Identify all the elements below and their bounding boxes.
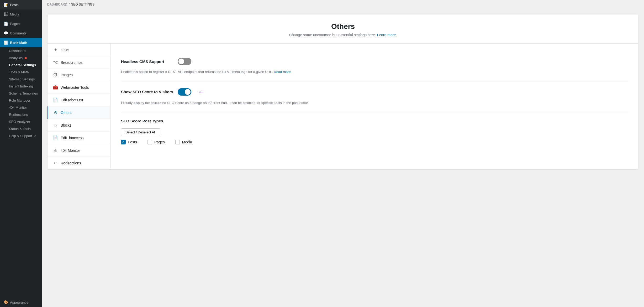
settings-card: Others Change some uncommon but essentia… (47, 14, 639, 170)
seo-score-row: Show SEO Score to Visitors ← Proudly dis… (121, 81, 628, 112)
headless-cms-label: Headless CMS Support (121, 59, 173, 64)
blocks-icon: ◇ (53, 123, 58, 128)
sidebar-item-appearance[interactable]: 🎨 Appearance (0, 298, 42, 307)
checkbox-grid: Posts Pages Media (121, 140, 628, 144)
sidebar-item-media[interactable]: 🖼 Media (0, 9, 42, 19)
nav-blocks[interactable]: ◇ Blocks (47, 119, 110, 132)
nav-404-monitor[interactable]: ⚠ 404 Monitor (47, 144, 110, 157)
posts-checkbox (121, 140, 126, 144)
select-deselect-button[interactable]: Select / Deselect All (121, 128, 160, 136)
sidebar-sub-404-monitor[interactable]: 404 Monitor (4, 104, 42, 111)
sidebar-sub-redirections[interactable]: Redirections (4, 111, 42, 118)
page-title: Others (53, 22, 633, 31)
pages-icon: 📄 (4, 22, 8, 26)
settings-nav: ✦ Links ⌥ Breadcrumbs 🖼 Images 🧰 Webmast… (47, 44, 110, 169)
headless-cms-slider (178, 58, 191, 65)
sidebar-sub-instant-indexing[interactable]: Instant Indexing (4, 83, 42, 90)
monitor-icon: ⚠ (53, 148, 58, 153)
breadcrumb-dashboard[interactable]: DASHBOARD (47, 3, 67, 6)
sidebar-sub-status-tools[interactable]: Status & Tools (4, 125, 42, 132)
sidebar-item-pages[interactable]: 📄 Pages (0, 19, 42, 28)
headless-cms-header: Headless CMS Support (121, 58, 628, 65)
post-types-row: SEO Score Post Types Select / Deselect A… (121, 112, 628, 151)
post-types-section: Select / Deselect All Posts Pages (121, 128, 628, 144)
sidebar-item-posts-label: Posts (10, 3, 19, 7)
sidebar-sub-help-support[interactable]: Help & Support ↗ (4, 132, 42, 139)
settings-content: Headless CMS Support Enable this option … (110, 44, 638, 169)
sidebar-item-media-label: Media (10, 12, 19, 16)
sidebar-sub-seo-analyzer[interactable]: SEO Analyzer (4, 118, 42, 125)
arrow-indicator: ← (198, 88, 205, 96)
checkbox-pages[interactable]: Pages (147, 140, 165, 144)
images-icon: 🖼 (53, 72, 58, 77)
sidebar-sub-sitemap[interactable]: Sitemap Settings (4, 76, 42, 83)
sidebar-sub-schema-templates[interactable]: Schema Templates (4, 90, 42, 97)
sidebar-sub-dashboard[interactable]: Dashboard (4, 47, 42, 54)
media-icon: 🖼 (4, 12, 8, 16)
seo-score-label: Show SEO Score to Visitors (121, 90, 173, 94)
nav-webmaster-tools[interactable]: 🧰 Webmaster Tools (47, 81, 110, 94)
post-types-label: SEO Score Post Types (121, 119, 173, 123)
nav-edit-htaccess[interactable]: 📄 Edit .htaccess (47, 132, 110, 144)
headless-cms-toggle[interactable] (178, 58, 191, 65)
sidebar: 📝 Posts 🖼 Media 📄 Pages 💬 Comments 📊 Ran… (0, 0, 42, 307)
redirections-icon: ↩ (53, 160, 58, 165)
post-types-header: SEO Score Post Types (121, 119, 628, 123)
sidebar-sub-role-manager[interactable]: Role Manager (4, 97, 42, 104)
page-header: Others Change some uncommon but essentia… (47, 14, 638, 44)
page-subtitle: Change some uncommon but essential setti… (53, 33, 633, 37)
nav-redirections[interactable]: ↩ Redirections (47, 157, 110, 169)
analytics-badge (25, 57, 27, 59)
sidebar-item-comments-label: Comments (10, 31, 27, 35)
pages-checkbox (147, 140, 152, 144)
sidebar-sub-titles-meta[interactable]: Titles & Meta (4, 69, 42, 76)
learn-more-link[interactable]: Learn more (377, 33, 396, 37)
nav-links[interactable]: ✦ Links (47, 44, 110, 56)
sidebar-item-posts[interactable]: 📝 Posts (0, 0, 42, 9)
headless-cms-desc: Enable this option to register a REST AP… (121, 69, 628, 75)
external-link-icon: ↗ (34, 135, 36, 138)
sidebar-item-pages-label: Pages (10, 22, 20, 26)
seo-score-desc: Proudly display the calculated SEO Score… (121, 100, 628, 106)
robots-icon: 📄 (53, 97, 58, 102)
read-more-link[interactable]: Read more (274, 70, 291, 74)
sidebar-sub-general-settings[interactable]: General Settings (4, 61, 42, 69)
main-content: DASHBOARD / SEO SETTINGS Others Change s… (42, 0, 644, 307)
seo-score-toggle[interactable] (178, 88, 191, 96)
sidebar-item-rank-math-label: Rank Math (10, 41, 27, 45)
rank-math-icon: 📊 (4, 40, 8, 45)
links-icon: ✦ (53, 47, 58, 52)
nav-others[interactable]: ⊙ Others (47, 106, 110, 119)
nav-edit-robots[interactable]: 📄 Edit robots.txt (47, 94, 110, 106)
breadcrumb: DASHBOARD / SEO SETTINGS (42, 0, 644, 9)
headless-cms-row: Headless CMS Support Enable this option … (121, 51, 628, 81)
posts-icon: 📝 (4, 3, 8, 7)
breadcrumbs-icon: ⌥ (53, 60, 58, 65)
sidebar-submenu: Dashboard Analytics General Settings Tit… (0, 47, 42, 139)
breadcrumb-separator: / (69, 3, 70, 6)
checkbox-media[interactable]: Media (175, 140, 192, 144)
webmaster-tools-icon: 🧰 (53, 85, 58, 90)
seo-score-header: Show SEO Score to Visitors ← (121, 88, 628, 96)
others-icon: ⊙ (53, 110, 58, 115)
appearance-icon: 🎨 (4, 300, 8, 304)
seo-score-slider (178, 88, 191, 96)
media-checkbox (175, 140, 180, 144)
checkbox-posts[interactable]: Posts (121, 140, 137, 144)
nav-breadcrumbs[interactable]: ⌥ Breadcrumbs (47, 56, 110, 69)
breadcrumb-current: SEO SETTINGS (71, 3, 94, 6)
sidebar-sub-analytics[interactable]: Analytics (4, 54, 42, 61)
htaccess-icon: 📄 (53, 135, 58, 140)
sidebar-item-rank-math[interactable]: 📊 Rank Math (0, 38, 42, 47)
settings-layout: ✦ Links ⌥ Breadcrumbs 🖼 Images 🧰 Webmast… (47, 44, 638, 169)
sidebar-item-comments[interactable]: 💬 Comments (0, 28, 42, 38)
content-wrapper: Others Change some uncommon but essentia… (42, 9, 644, 307)
nav-images[interactable]: 🖼 Images (47, 69, 110, 81)
comments-icon: 💬 (4, 31, 8, 35)
